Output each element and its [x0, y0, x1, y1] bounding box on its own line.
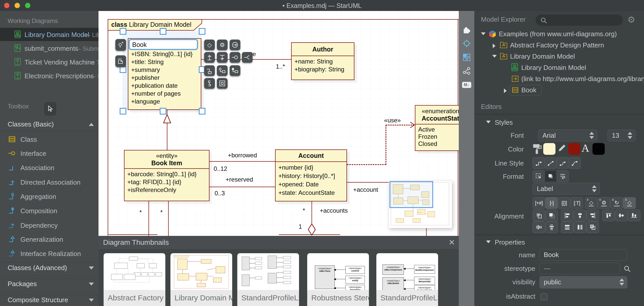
quick-composition-class-button[interactable] [230, 65, 240, 76]
visibility-select[interactable]: public [539, 276, 627, 288]
suppress-operations-button[interactable]: x⚙ [598, 197, 610, 209]
tool-aggregation[interactable]: Aggregation [0, 190, 98, 203]
quick-realization-button[interactable] [217, 52, 228, 63]
focus-mode-icon[interactable] [459, 38, 474, 49]
thumbnail-abstract-factory[interactable]: Abstract Factory Design [104, 253, 165, 306]
thumbnail-standardprofilel3[interactable]: «metaClass»UMLComponent «stereotype»Buil… [376, 253, 438, 306]
line-style-rounded-button[interactable] [556, 157, 569, 169]
name-field[interactable] [539, 249, 627, 261]
quick-containment-button[interactable] [204, 78, 215, 89]
bring-to-front-button[interactable] [545, 210, 558, 221]
label-style-select[interactable]: Label [532, 183, 600, 195]
tool-association[interactable]: Association [0, 161, 98, 175]
stereotype-field[interactable] [539, 263, 620, 274]
thumbnail-standardprofilel2[interactable]: StandardProfileL2 [237, 253, 299, 306]
extensions-icon[interactable] [459, 24, 474, 35]
class-book-item[interactable]: «entity» Book Item +barcode: String[0..1… [124, 150, 209, 201]
chevron-expanded-icon[interactable] [481, 32, 486, 35]
resize-handle[interactable] [199, 28, 205, 35]
stereotype-search-icon[interactable] [623, 265, 631, 273]
tool-generalization[interactable]: Generalization [0, 233, 98, 246]
fill-color-roller-icon[interactable] [532, 143, 542, 155]
distribute-vertical-button[interactable] [545, 221, 558, 233]
line-style-oblique-button[interactable] [544, 157, 557, 169]
tree-item-library-diagram[interactable]: Library Domain Model [474, 62, 644, 73]
tree-item-abstract-factory[interactable]: Abstract Factory Design Pattern [474, 40, 644, 51]
suppress-literals-button[interactable]: x◇ [623, 197, 636, 209]
align-center-button[interactable] [574, 210, 586, 221]
tree-item-library-domain-model[interactable]: Library Domain Model [474, 51, 644, 62]
class-author[interactable]: Author +name: String +biography: String [291, 42, 354, 80]
font-size-stepper[interactable]: 13 [608, 130, 636, 141]
chevron-collapsed-icon[interactable] [493, 44, 496, 48]
send-to-back-button[interactable] [532, 210, 545, 221]
show-type-button[interactable]: [:T] [571, 197, 583, 209]
quick-interface-button[interactable] [230, 52, 240, 63]
show-multiplicity-button[interactable]: [+#] [532, 197, 545, 209]
resize-handle[interactable] [120, 108, 126, 114]
font-color-letter-icon[interactable]: A [581, 142, 589, 154]
minimap-viewport[interactable] [390, 182, 433, 208]
tree-item-examples[interactable]: Examples (from www.uml-diagrams.org) [474, 28, 644, 40]
equal-width-button[interactable] [561, 221, 574, 233]
search-input[interactable] [550, 16, 620, 24]
align-middle-button[interactable] [615, 210, 628, 221]
resize-handle[interactable] [199, 108, 205, 114]
tool-dependency[interactable]: Dependency [0, 219, 98, 232]
diagram-minimap[interactable] [389, 181, 452, 228]
align-top-button[interactable] [602, 210, 615, 221]
resize-handle[interactable] [160, 28, 166, 35]
section-packages[interactable]: Packages [0, 278, 98, 290]
quick-diamond-button[interactable]: ◇ [204, 40, 215, 50]
add-note-button[interactable] [115, 55, 126, 67]
quick-association-class-button[interactable] [204, 65, 215, 76]
quick-generalization-button[interactable] [204, 52, 215, 63]
working-diagram-submit-comments[interactable]: submit_comments— Submit [0, 42, 98, 55]
isabstract-checkbox[interactable] [540, 293, 548, 300]
line-style-rectilinear-button[interactable] [532, 157, 545, 169]
diagram-canvas[interactable]: class Library Domain Model 1..* +borrowe… [98, 11, 459, 236]
format-wordwrap-button[interactable] [556, 170, 569, 182]
format-shadow-button[interactable] [544, 170, 557, 182]
quick-aggregation-class-button[interactable] [217, 65, 228, 76]
model-explorer-settings-button[interactable]: ⚙ [627, 15, 635, 25]
tool-class[interactable]: Class [0, 133, 98, 146]
section-classes-advanced[interactable]: Classes (Advanced) [0, 262, 98, 274]
tool-directed-association[interactable]: Directed Association [0, 175, 98, 189]
fill-color-swatch[interactable] [543, 143, 555, 155]
tree-item-book[interactable]: Book [474, 84, 644, 96]
working-diagram-library-domain-model[interactable]: Library Domain Model— Lib [0, 28, 98, 41]
section-classes-basic[interactable]: Classes (Basic) [0, 119, 98, 130]
chevron-expanded-icon[interactable] [492, 55, 497, 58]
model-explorer-search[interactable] [536, 15, 623, 26]
thumbnail-library-domain-model[interactable]: Library Domain Model [170, 253, 232, 306]
close-icon[interactable]: ✕ [449, 238, 455, 247]
select-tool-button[interactable] [44, 102, 56, 116]
align-left-button[interactable] [561, 210, 574, 221]
distribute-horizontal-button[interactable] [532, 221, 545, 233]
markdown-icon[interactable]: M↓ [459, 79, 474, 91]
resize-handle[interactable] [120, 28, 126, 35]
format-autoresize-button[interactable] [532, 170, 545, 182]
quick-settings-button[interactable]: ⚙ [217, 40, 228, 50]
line-style-curve-button[interactable] [568, 157, 581, 169]
tree-item-hyperlink[interactable]: (link to http://www.uml-diagrams.org/lib… [474, 73, 644, 84]
tool-interface-realization[interactable]: Interface Realization [0, 247, 98, 261]
align-bottom-button[interactable] [628, 210, 640, 221]
chevron-collapsed-icon[interactable] [504, 88, 507, 93]
show-property-button[interactable]: [{}] [558, 197, 571, 209]
tool-composition[interactable]: Composition [0, 204, 98, 218]
class-account-state[interactable]: «enumeration» AccountState Active Frozen… [415, 105, 459, 151]
quick-part-button[interactable] [217, 78, 228, 89]
tool-interface[interactable]: Interface [0, 147, 98, 160]
equal-height-button[interactable] [574, 221, 586, 233]
quick-statemachine-button[interactable] [230, 40, 240, 50]
line-color-pencil-icon[interactable] [558, 144, 566, 154]
font-family-select[interactable]: Arial [538, 130, 597, 141]
font-color-swatch[interactable] [592, 143, 605, 155]
thumbnail-robustness-stereotypes[interactable]: «metaClass»UMLClass «stereotype»control … [307, 253, 369, 306]
working-diagram-ticket-vending-machine[interactable]: Ticket Vending Machine— T [0, 55, 98, 69]
layout-icon[interactable] [459, 52, 474, 63]
line-color-swatch[interactable] [568, 143, 580, 155]
quick-port-button[interactable] [242, 52, 253, 63]
